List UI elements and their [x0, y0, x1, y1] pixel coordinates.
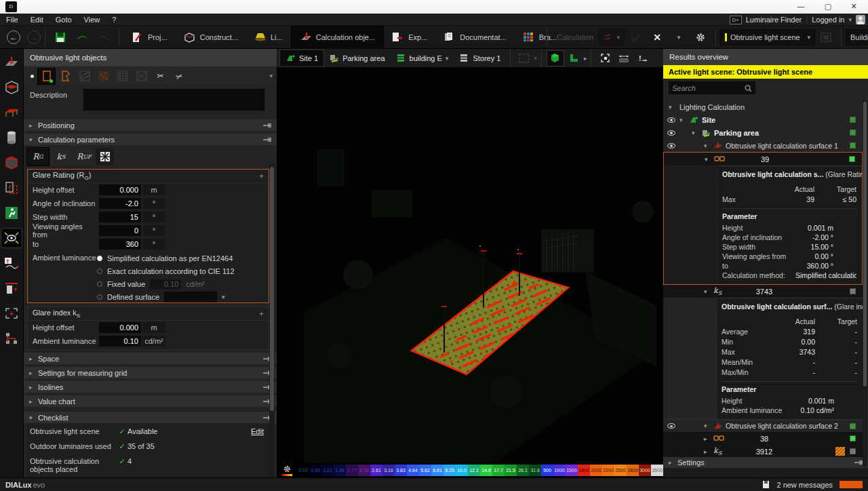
- selection-mode-chevron-icon[interactable]: ▾: [534, 55, 537, 62]
- section-checklist[interactable]: ▾ Checklist: [24, 412, 277, 423]
- visibility-eye-icon[interactable]: [667, 117, 675, 123]
- chevron-down-icon[interactable]: ▾: [669, 104, 679, 111]
- avatar[interactable]: [856, 15, 865, 24]
- chevron-down-icon[interactable]: ▾: [705, 156, 714, 163]
- crumb-storey-1[interactable]: Storey 1: [454, 50, 506, 66]
- radio-defined-surface[interactable]: Defined surface▾: [97, 292, 269, 302]
- menu-item-goto[interactable]: Goto: [50, 14, 78, 26]
- colorbar-gear-icon[interactable]: [277, 465, 297, 476]
- tab-ks[interactable]: kS: [50, 148, 72, 165]
- isolines-display-tool[interactable]: [76, 68, 93, 84]
- pin-icon[interactable]: [263, 136, 271, 144]
- cutout-polygon-tool[interactable]: ✂: [169, 66, 190, 86]
- value-grid-display-tool[interactable]: [114, 68, 131, 84]
- tree-node-parking-area[interactable]: ▾ Parking area: [663, 126, 863, 139]
- search-input[interactable]: Search: [669, 81, 755, 94]
- radio-icon[interactable]: [97, 256, 102, 261]
- description-input[interactable]: [83, 89, 264, 111]
- minimize-button[interactable]: —: [788, 0, 814, 14]
- crumb-building-e[interactable]: building E▾: [391, 50, 454, 66]
- scene-3d[interactable]: [277, 68, 663, 463]
- luminaire-finder-button[interactable]: Luminaire Finder: [746, 16, 802, 24]
- right-panel-scrollbar[interactable]: [863, 100, 867, 467]
- pin-icon[interactable]: [263, 121, 271, 130]
- calculation-space-tool[interactable]: [1, 78, 22, 97]
- field-value[interactable]: 15: [99, 212, 141, 222]
- tree-node-site[interactable]: ▾ Site: [663, 113, 863, 126]
- chevron-down-icon[interactable]: ▾: [222, 294, 225, 300]
- tree-node-surface2-ks[interactable]: ▸ kS 3912: [663, 445, 863, 458]
- chevron-down-icon[interactable]: ▾: [704, 288, 713, 295]
- section-value-chart[interactable]: ▸Value chart: [24, 395, 277, 407]
- expand-plus-icon[interactable]: +: [259, 309, 264, 319]
- mode-light[interactable]: Li...: [246, 26, 291, 49]
- radio-fixed-value[interactable]: Fixed value0.10cd/m²: [97, 279, 269, 289]
- menu-item-help[interactable]: ?: [106, 14, 122, 26]
- cube-object-tool[interactable]: [1, 153, 22, 172]
- messages-badge[interactable]: [840, 481, 863, 488]
- spline-tool[interactable]: T: [1, 254, 22, 273]
- mode-documentation[interactable]: Documentat...: [435, 26, 514, 49]
- field-value[interactable]: 0.000: [99, 322, 141, 333]
- start-calculation-icon[interactable]: [627, 29, 644, 45]
- hierarchy-tool[interactable]: [1, 329, 22, 348]
- chevron-down-icon[interactable]: ▾: [679, 117, 689, 123]
- menu-item-file[interactable]: File: [0, 14, 24, 26]
- status-square[interactable]: [850, 448, 856, 454]
- status-square[interactable]: [850, 130, 856, 136]
- tree-node-surface-1[interactable]: ▾ Obtrusive light calculation surface 1: [663, 139, 863, 152]
- back-button[interactable]: ←: [7, 31, 20, 44]
- field-value[interactable]: 0.10: [99, 336, 141, 347]
- menu-item-view[interactable]: View: [78, 14, 106, 26]
- messages-label[interactable]: 2 new messages: [776, 481, 833, 489]
- cutout-rectangle-tool[interactable]: ✂: [152, 68, 169, 84]
- save-icon[interactable]: [52, 29, 69, 45]
- tree-node-lighting-calculation[interactable]: ▾ Lighting Calculation: [663, 100, 863, 113]
- light-scene-select[interactable]: Obtrusive light scene ▾: [720, 29, 815, 45]
- tree-node-surface2-rg[interactable]: ▸ 38: [663, 432, 863, 445]
- maximize-button[interactable]: ▢: [815, 0, 841, 14]
- expand-plus-icon[interactable]: +: [259, 172, 264, 181]
- field-value[interactable]: 0.000: [99, 184, 141, 195]
- obtrusive-light-tool[interactable]: [1, 229, 22, 248]
- section-isolines[interactable]: ▸Isolines: [24, 381, 277, 393]
- annotation-icon[interactable]: !: [635, 51, 651, 66]
- chevron-down-icon[interactable]: ▾: [446, 55, 449, 62]
- false-color-thumbnail[interactable]: [835, 447, 845, 456]
- edit-link[interactable]: Edit: [251, 427, 264, 435]
- false-color-display-tool[interactable]: [95, 68, 112, 84]
- radio-icon[interactable]: [97, 269, 102, 274]
- rectangle-tool[interactable]: [38, 68, 55, 84]
- field-value[interactable]: 0: [99, 225, 141, 236]
- selection-mode-icon[interactable]: [516, 51, 532, 66]
- section-settings-for-measuring-grid[interactable]: ▸Settings for measuring grid: [24, 367, 277, 378]
- pin-icon[interactable]: [854, 458, 863, 467]
- focus-region-tool[interactable]: +: [1, 304, 22, 323]
- radio-icon[interactable]: [97, 294, 102, 300]
- logged-in-button[interactable]: Logged in: [812, 16, 844, 24]
- tab-rg[interactable]: RG: [27, 148, 49, 165]
- redo-icon[interactable]: [95, 29, 113, 45]
- crumb-parking-area[interactable]: Parking area: [323, 50, 390, 66]
- section-calculation-parameters[interactable]: ▾ Calculation parameters: [24, 134, 277, 145]
- status-square[interactable]: [850, 288, 856, 294]
- left-panel-scrollbar[interactable]: [269, 163, 275, 482]
- status-square[interactable]: [850, 435, 856, 441]
- wall-object-tool[interactable]: +: [1, 279, 22, 298]
- chevron-down-icon[interactable]: ▾: [704, 423, 713, 429]
- visibility-eye-icon[interactable]: [667, 143, 675, 149]
- forward-button[interactable]: →: [27, 31, 41, 44]
- calculation-surface-tool[interactable]: [1, 53, 22, 72]
- chevron-right-icon[interactable]: ▸: [704, 448, 713, 455]
- point-tool[interactable]: [28, 70, 36, 82]
- radio-value[interactable]: 0.10: [150, 279, 181, 290]
- tab-ruf[interactable]: RUF: [73, 148, 95, 165]
- chevron-right-icon[interactable]: ▸: [704, 435, 713, 442]
- cancel-options-chevron-icon[interactable]: ▾: [670, 29, 688, 45]
- section-space[interactable]: ▸Space: [24, 353, 277, 364]
- mode-calculation-objects[interactable]: Calculation obje...: [291, 26, 384, 49]
- chevron-down-icon[interactable]: ▾: [704, 142, 713, 149]
- crumb-site-1[interactable]: Site 1: [280, 50, 323, 66]
- defined-surface-dropdown[interactable]: [164, 292, 217, 302]
- section-settings[interactable]: ▸ Settings: [663, 457, 868, 468]
